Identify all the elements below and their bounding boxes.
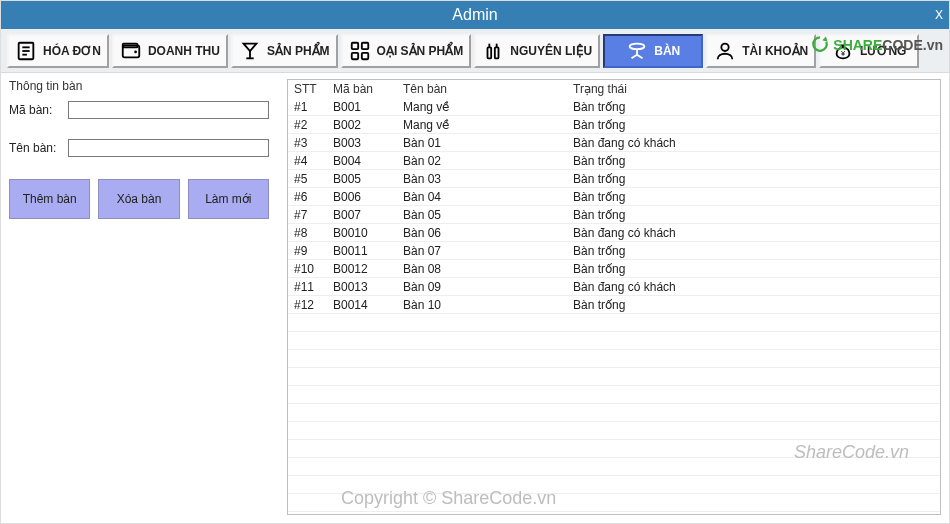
cell-tt: Bàn trống bbox=[573, 172, 773, 186]
table-row[interactable]: #6B006Bàn 04Bàn trống bbox=[288, 188, 940, 206]
tab-label: TÀI KHOẢN bbox=[742, 44, 808, 58]
cell-ten: Mang về bbox=[403, 100, 573, 114]
cell-ma: B002 bbox=[333, 118, 403, 132]
tab-label: SẢN PHẨM bbox=[267, 44, 330, 58]
cell-ma: B004 bbox=[333, 154, 403, 168]
cell-stt: #3 bbox=[288, 136, 333, 150]
app-window: Admin X HÓA ĐƠNDOANH THUSẢN PHẨMOẠI SẢN … bbox=[0, 0, 950, 524]
table-row-empty bbox=[288, 350, 940, 368]
cell-ma: B0011 bbox=[333, 244, 403, 258]
svg-rect-15 bbox=[495, 47, 499, 58]
grid-icon bbox=[349, 40, 371, 62]
main-toolbar: HÓA ĐƠNDOANH THUSẢN PHẨMOẠI SẢN PHẨMNGUY… bbox=[1, 29, 949, 73]
table-row-empty bbox=[288, 368, 940, 386]
logo-suffix: CODE.vn bbox=[882, 37, 943, 53]
tab-label: DOANH THU bbox=[148, 44, 220, 58]
grid-header-row: STT Mã bàn Tên bàn Trạng thái bbox=[288, 80, 940, 98]
spinner-icon bbox=[811, 35, 829, 53]
tab-label: NGUYÊN LIỆU bbox=[510, 44, 592, 58]
tab-nguyen-lieu[interactable]: NGUYÊN LIỆU bbox=[474, 34, 600, 68]
table-row[interactable]: #12B0014Bàn 10Bàn trống bbox=[288, 296, 940, 314]
cell-stt: #9 bbox=[288, 244, 333, 258]
svg-rect-11 bbox=[351, 52, 357, 58]
cell-tt: Bàn trống bbox=[573, 262, 773, 276]
table-row-empty bbox=[288, 386, 940, 404]
bottles-icon bbox=[482, 40, 504, 62]
cell-tt: Bàn trống bbox=[573, 208, 773, 222]
cell-ma: B0010 bbox=[333, 226, 403, 240]
table-row-empty bbox=[288, 494, 940, 512]
data-grid[interactable]: STT Mã bàn Tên bàn Trạng thái #1B001Mang… bbox=[287, 79, 941, 515]
col-tt: Trạng thái bbox=[573, 82, 773, 96]
table-row[interactable]: #7B007Bàn 05Bàn trống bbox=[288, 206, 940, 224]
cell-ma: B0012 bbox=[333, 262, 403, 276]
tab-san-pham[interactable]: SẢN PHẨM bbox=[231, 34, 338, 68]
cell-stt: #1 bbox=[288, 100, 333, 114]
table-row[interactable]: #2B002Mang vềBàn trống bbox=[288, 116, 940, 134]
table-row-empty bbox=[288, 458, 940, 476]
ma-ban-input[interactable] bbox=[68, 101, 269, 119]
tab-label: HÓA ĐƠN bbox=[43, 44, 101, 58]
cell-stt: #8 bbox=[288, 226, 333, 240]
add-button[interactable]: Thêm bàn bbox=[9, 179, 90, 219]
svg-line-20 bbox=[637, 54, 643, 58]
cell-ma: B003 bbox=[333, 136, 403, 150]
col-ma: Mã bàn bbox=[333, 82, 403, 96]
cell-ten: Bàn 01 bbox=[403, 136, 573, 150]
svg-rect-9 bbox=[351, 42, 357, 48]
logo-prefix: SHARE bbox=[833, 37, 882, 53]
table-row-empty bbox=[288, 314, 940, 332]
svg-rect-13 bbox=[488, 47, 492, 58]
table-row-empty bbox=[288, 440, 940, 458]
table-row-empty bbox=[288, 476, 940, 494]
table-row-empty bbox=[288, 332, 940, 350]
table-row[interactable]: #1B001Mang vềBàn trống bbox=[288, 98, 940, 116]
cell-ten: Bàn 02 bbox=[403, 154, 573, 168]
cell-stt: #12 bbox=[288, 298, 333, 312]
table-row[interactable]: #9B0011Bàn 07Bàn trống bbox=[288, 242, 940, 260]
tab-hoa-don[interactable]: HÓA ĐƠN bbox=[7, 34, 109, 68]
close-button[interactable]: X bbox=[935, 1, 943, 29]
window-title: Admin bbox=[452, 6, 497, 23]
table-icon bbox=[626, 40, 648, 62]
cell-tt: Bàn trống bbox=[573, 118, 773, 132]
table-row[interactable]: #11B0013Bàn 09Bàn đang có khách bbox=[288, 278, 940, 296]
cell-stt: #11 bbox=[288, 280, 333, 294]
tab-label: OẠI SẢN PHẨM bbox=[377, 44, 464, 58]
delete-button[interactable]: Xóa bàn bbox=[98, 179, 179, 219]
cell-ten: Bàn 08 bbox=[403, 262, 573, 276]
cell-ma: B001 bbox=[333, 100, 403, 114]
cell-tt: Bàn trống bbox=[573, 154, 773, 168]
cell-tt: Bàn đang có khách bbox=[573, 280, 773, 294]
tab-ban[interactable]: BÀN bbox=[603, 34, 703, 68]
cell-stt: #10 bbox=[288, 262, 333, 276]
receipt-icon bbox=[15, 40, 37, 62]
tab-loai-san-pham[interactable]: OẠI SẢN PHẨM bbox=[341, 34, 472, 68]
table-row[interactable]: #4B004Bàn 02Bàn trống bbox=[288, 152, 940, 170]
svg-point-6 bbox=[134, 50, 137, 53]
svg-rect-14 bbox=[489, 43, 491, 47]
cell-ten: Bàn 06 bbox=[403, 226, 573, 240]
refresh-button[interactable]: Làm mới bbox=[188, 179, 269, 219]
ten-ban-input[interactable] bbox=[68, 139, 269, 157]
cell-ten: Mang về bbox=[403, 118, 573, 132]
cell-stt: #4 bbox=[288, 154, 333, 168]
cell-ten: Bàn 07 bbox=[403, 244, 573, 258]
cell-tt: Bàn trống bbox=[573, 244, 773, 258]
table-row[interactable]: #8B0010Bàn 06Bàn đang có khách bbox=[288, 224, 940, 242]
content-area: Thông tin bàn Mã bàn: Tên bàn: Thêm bàn … bbox=[1, 73, 949, 523]
cell-tt: Bàn trống bbox=[573, 100, 773, 114]
tab-tai-khoan[interactable]: TÀI KHOẢN bbox=[706, 34, 816, 68]
table-row[interactable]: #10B0012Bàn 08Bàn trống bbox=[288, 260, 940, 278]
cell-ma: B0013 bbox=[333, 280, 403, 294]
sharecode-logo: SHARECODE.vn bbox=[811, 35, 943, 53]
svg-rect-16 bbox=[496, 43, 498, 47]
cell-stt: #6 bbox=[288, 190, 333, 204]
cell-ten: Bàn 03 bbox=[403, 172, 573, 186]
cell-ma: B006 bbox=[333, 190, 403, 204]
table-row[interactable]: #3B003Bàn 01Bàn đang có khách bbox=[288, 134, 940, 152]
cell-stt: #2 bbox=[288, 118, 333, 132]
tab-doanh-thu[interactable]: DOANH THU bbox=[112, 34, 228, 68]
cell-tt: Bàn trống bbox=[573, 190, 773, 204]
table-row[interactable]: #5B005Bàn 03Bàn trống bbox=[288, 170, 940, 188]
